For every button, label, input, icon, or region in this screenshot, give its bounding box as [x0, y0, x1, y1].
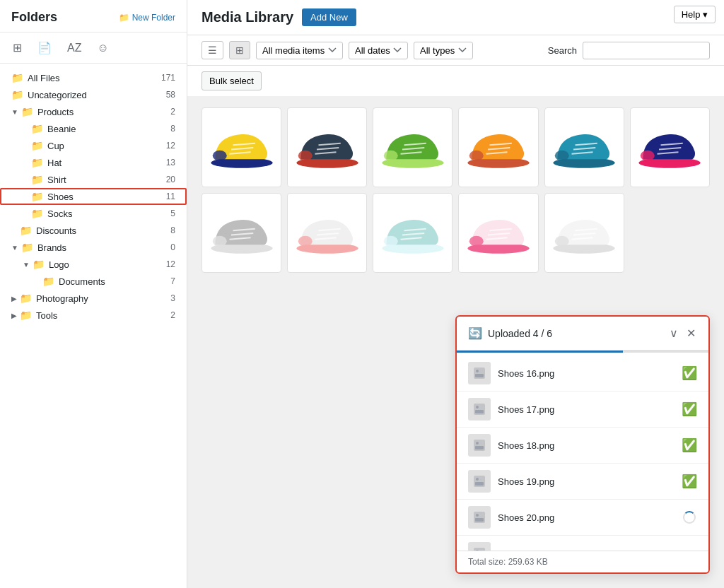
refresh-icon: 🔄 — [468, 327, 482, 340]
dates-filter[interactable]: All dates — [349, 42, 408, 59]
folder-icon: 📁 — [11, 72, 23, 83]
file-name: Shoes 17.png — [498, 404, 675, 415]
folder-items-container: ▼📁Products2📁Beanie8📁Cup12📁Hat13📁Shirt20📁… — [0, 103, 187, 324]
sidebar-item-label: All Files — [28, 73, 158, 83]
file-name: Shoes 16.png — [498, 368, 675, 379]
types-filter[interactable]: All types — [414, 42, 473, 59]
media-items-filter[interactable]: All media items — [256, 42, 343, 59]
sidebar-item-count: 2 — [170, 310, 175, 320]
file-name: Shoes 21.png — [498, 548, 675, 551]
media-item[interactable] — [373, 107, 452, 187]
sidebar-item-beanie[interactable]: 📁Beanie8 — [0, 120, 187, 137]
upload-footer: Total size: 259.63 KB — [457, 551, 708, 572]
new-folder-button[interactable]: 📁 New Folder — [119, 13, 175, 23]
sidebar-item-discounts[interactable]: 📁Discounts8 — [0, 222, 187, 239]
sidebar-item-count: 2 — [170, 107, 175, 117]
sidebar-item-socks[interactable]: 📁Socks5 — [0, 205, 187, 222]
media-item[interactable] — [287, 107, 367, 187]
svg-point-36 — [476, 514, 479, 517]
file-thumbnail — [468, 362, 491, 384]
sidebar-item-documents[interactable]: 📁Documents7 — [0, 273, 187, 290]
upload-close-button[interactable]: ✕ — [685, 325, 697, 341]
folder-icon: 📁 — [31, 140, 43, 151]
svg-point-5 — [384, 150, 398, 160]
media-item[interactable] — [544, 107, 624, 187]
file-name: Shoes 18.png — [498, 440, 675, 451]
sidebar-item-hat[interactable]: 📁Hat13 — [0, 154, 187, 171]
expand-icon: ▼ — [23, 261, 30, 269]
icon-sort-az[interactable]: AZ — [66, 40, 83, 56]
media-item[interactable] — [202, 193, 281, 273]
sidebar-item-logo[interactable]: ▼📁Logo12 — [0, 256, 187, 273]
sidebar-item-label: Cup — [47, 141, 163, 151]
upload-file-item: Shoes 18.png✅ — [457, 428, 708, 464]
media-item[interactable] — [630, 107, 710, 187]
sidebar-item-photography[interactable]: ▶📁Photography3 — [0, 290, 187, 307]
upload-progress-label: Uploaded 4 / 6 — [488, 328, 552, 339]
media-item[interactable] — [544, 193, 624, 273]
sidebar-item-label: Shoes — [47, 192, 163, 202]
status-loading-icon — [683, 511, 696, 524]
folder-add-icon: 📁 — [119, 13, 129, 23]
icon-more[interactable]: ☺ — [95, 40, 110, 56]
sidebar-item-label: Socks — [47, 208, 168, 219]
upload-collapse-button[interactable]: ∨ — [668, 325, 679, 341]
sidebar-item-label: Tools — [36, 310, 168, 321]
media-item[interactable] — [202, 107, 281, 187]
file-name: Shoes 19.png — [498, 476, 675, 487]
view-list-button[interactable]: ☰ — [202, 41, 223, 59]
sidebar-item-count: 3 — [170, 293, 175, 303]
sidebar-item-count: 58 — [166, 90, 175, 100]
sidebar-item-shoes[interactable]: 📁Shoes11 — [0, 188, 187, 205]
sidebar-item-label: Logo — [49, 259, 163, 270]
media-item[interactable] — [458, 107, 538, 187]
media-item[interactable] — [373, 193, 452, 273]
sidebar-item-tools[interactable]: ▶📁Tools2 — [0, 307, 187, 324]
folder-icon: 📁 — [31, 191, 43, 202]
svg-point-24 — [476, 370, 479, 372]
page-title: Media Library — [202, 9, 293, 25]
svg-point-19 — [469, 236, 484, 247]
svg-point-11 — [641, 150, 655, 160]
sidebar-item-shirt[interactable]: 📁Shirt20 — [0, 171, 187, 188]
sidebar-item-cup[interactable]: 📁Cup12 — [0, 137, 187, 154]
media-item[interactable] — [287, 193, 367, 273]
sidebar-item-brands[interactable]: ▼📁Brands0 — [0, 239, 187, 256]
status-done-icon: ✅ — [682, 474, 697, 489]
upload-file-item: Shoes 16.png✅ — [457, 355, 708, 392]
sidebar-title: Folders — [11, 10, 57, 25]
sidebar-item-label: Products — [37, 107, 168, 117]
sidebar-item-count: 12 — [166, 259, 175, 269]
svg-rect-35 — [475, 518, 484, 522]
folder-icon: 📁 — [31, 174, 43, 185]
folder-icon: 📁 — [33, 259, 45, 270]
svg-rect-26 — [475, 410, 484, 413]
svg-point-30 — [476, 442, 479, 445]
sidebar-item-all-files[interactable]: 📁 All Files 171 — [0, 69, 187, 86]
sidebar-item-products[interactable]: ▼📁Products2 — [0, 103, 187, 120]
svg-point-1 — [212, 150, 226, 160]
add-new-button[interactable]: Add New — [302, 8, 356, 26]
sidebar-item-label: Photography — [36, 293, 168, 304]
file-thumbnail — [468, 398, 491, 421]
sidebar-item-uncategorized[interactable]: 📁 Uncategorized 58 — [0, 86, 187, 103]
expand-icon: ▶ — [11, 295, 17, 302]
sidebar-item-count: 20 — [166, 175, 175, 184]
view-grid-button[interactable]: ⊞ — [229, 41, 250, 59]
svg-point-3 — [298, 150, 312, 160]
bulk-select-button[interactable]: Bulk select — [202, 71, 262, 90]
icon-file-new[interactable]: 📄 — [36, 40, 53, 56]
upload-title: 🔄 Uploaded 4 / 6 — [468, 327, 552, 340]
total-size-label: Total size: 259.63 KB — [468, 557, 548, 567]
sidebar-item-label: Documents — [59, 276, 168, 287]
help-button[interactable]: Help ▾ — [674, 6, 716, 23]
icon-copy[interactable]: ⊞ — [11, 40, 23, 56]
search-input[interactable] — [583, 42, 710, 59]
svg-point-13 — [212, 236, 226, 247]
sidebar-item-count: 8 — [170, 124, 175, 134]
sidebar-item-label: Brands — [37, 242, 168, 253]
file-status — [682, 510, 697, 525]
media-grid — [202, 107, 710, 273]
sidebar-item-count: 0 — [170, 242, 175, 252]
media-item[interactable] — [458, 193, 538, 273]
